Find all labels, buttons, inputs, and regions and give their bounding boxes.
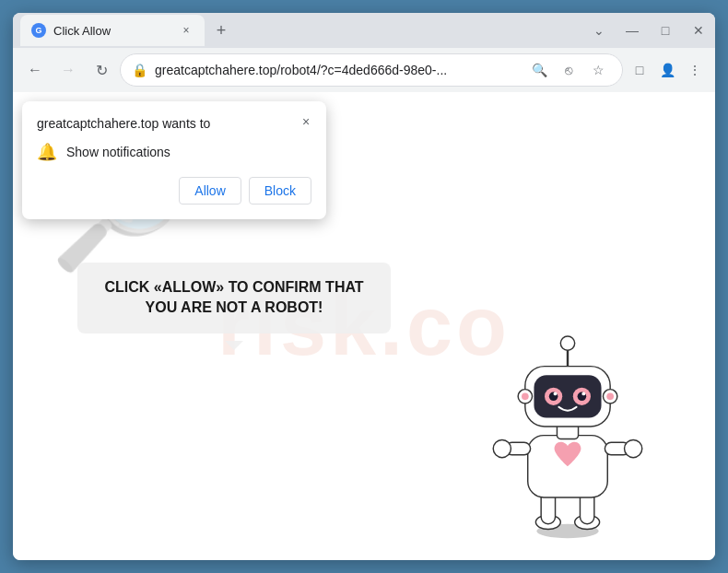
robot-ear-inner-left: [522, 392, 529, 400]
main-message-bubble: CLICK «ALLOW» TO CONFIRM THAT YOU ARE NO…: [77, 263, 391, 333]
robot-ear-inner-right: [606, 392, 614, 400]
robot-hand-left: [493, 439, 511, 457]
bell-icon: 🔔: [37, 142, 57, 162]
robot-eye-shine-right: [581, 392, 585, 396]
robot-svg: [476, 311, 660, 542]
robot-eye-shine-left: [554, 392, 558, 396]
tab-title: Click Allow: [53, 24, 171, 38]
robot-antenna-ball: [560, 336, 574, 350]
lock-icon: 🔒: [132, 63, 147, 77]
reader-icon[interactable]: □: [627, 57, 652, 83]
new-tab-button[interactable]: +: [208, 18, 234, 43]
block-button[interactable]: Block: [249, 177, 311, 205]
window-close-button[interactable]: ✕: [689, 23, 708, 38]
window-controls: ⌄ — □ ✕: [590, 23, 708, 38]
address-actions: 🔍 ⎋ ☆: [526, 57, 611, 83]
bookmark-icon[interactable]: ☆: [585, 57, 611, 83]
permission-label: Show notifications: [66, 145, 170, 159]
robot-illustration: [476, 311, 660, 542]
window-minimize-button[interactable]: —: [623, 23, 641, 38]
browser-window: G Click Allow × + ⌄ — □ ✕ ← → ↻ 🔒 🔍 ⎋ ☆: [13, 13, 715, 560]
window-restore-button[interactable]: □: [656, 23, 675, 38]
back-button[interactable]: ←: [20, 55, 50, 85]
refresh-button[interactable]: ↻: [87, 55, 116, 85]
share-icon[interactable]: ⎋: [556, 57, 581, 83]
popup-site-text: greatcaptchahere.top wants to: [37, 116, 311, 131]
menu-icon[interactable]: ⋮: [682, 57, 708, 83]
popup-buttons: Allow Block: [37, 177, 311, 205]
main-message-text: CLICK «ALLOW» TO CONFIRM THAT YOU ARE NO…: [104, 279, 363, 315]
title-bar: G Click Allow × + ⌄ — □ ✕: [13, 13, 715, 48]
notification-popup: × greatcaptchahere.top wants to 🔔 Show n…: [22, 101, 326, 219]
robot-hand-right: [625, 439, 642, 457]
browser-content: 🔍 risk.co × greatcaptchahere.top wants t…: [13, 92, 715, 560]
address-input[interactable]: [155, 63, 519, 77]
popup-close-button[interactable]: ×: [295, 111, 317, 133]
allow-button[interactable]: Allow: [179, 177, 241, 205]
forward-button[interactable]: →: [53, 55, 83, 85]
popup-permission: 🔔 Show notifications: [37, 142, 311, 162]
tab-favicon: G: [31, 23, 46, 38]
window-collapse-button[interactable]: ⌄: [590, 23, 608, 38]
browser-tab[interactable]: G Click Allow ×: [20, 15, 205, 46]
right-nav-buttons: □ 👤 ⋮: [627, 57, 708, 83]
tab-close-button[interactable]: ×: [179, 23, 194, 38]
account-icon[interactable]: 👤: [654, 57, 680, 83]
search-icon[interactable]: 🔍: [526, 57, 552, 83]
navigation-bar: ← → ↻ 🔒 🔍 ⎋ ☆ □ 👤 ⋮: [13, 48, 715, 92]
address-bar[interactable]: 🔒 🔍 ⎋ ☆: [120, 53, 623, 87]
